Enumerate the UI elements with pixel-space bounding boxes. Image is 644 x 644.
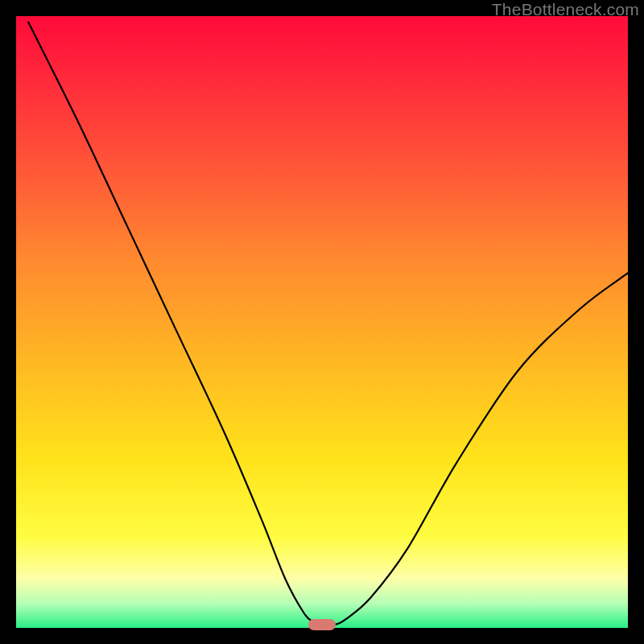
bottleneck-curve: [16, 16, 628, 628]
plot-area: [16, 16, 628, 628]
optimal-marker: [308, 619, 336, 630]
curve-path: [28, 23, 628, 625]
chart-frame: TheBottleneck.com: [0, 0, 644, 644]
